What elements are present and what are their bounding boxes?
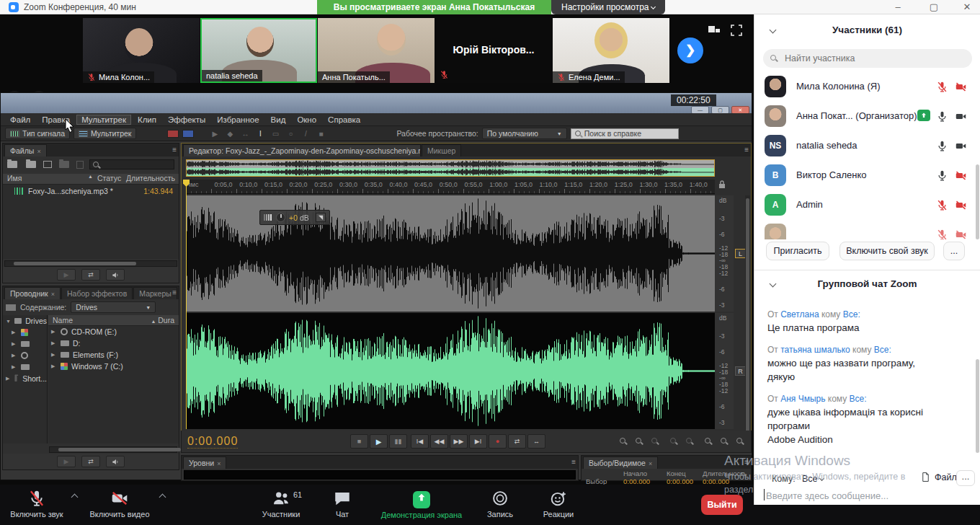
close-icon[interactable]: × — [649, 460, 652, 467]
view-settings-button[interactable]: Настройки просмотра — [551, 0, 665, 14]
razor-tool-icon[interactable]: ◆ — [224, 130, 236, 138]
tab-files[interactable]: Файлы× — [4, 144, 47, 156]
tab-explorer[interactable]: Проводник× — [4, 287, 61, 299]
invite-button[interactable]: Пригласить — [766, 242, 829, 260]
horizontal-scrollbar[interactable] — [4, 260, 177, 267]
chat-message-input[interactable]: Введите здесь сообщение... — [766, 490, 888, 501]
drive-row[interactable]: ▶Windows 7 (C:) — [48, 361, 179, 372]
participant-row[interactable]: Анна Покат... (Организатор) — [754, 102, 980, 131]
chat-more-button[interactable]: ... — [956, 470, 975, 486]
multitrack-button[interactable]: Мультитрек — [74, 128, 136, 139]
video-options-chevron[interactable] — [159, 494, 166, 501]
zoom-in-button[interactable] — [620, 438, 625, 444]
menu-multitrack[interactable]: Мультитрек — [76, 115, 131, 125]
right-channel-button[interactable]: R — [735, 366, 746, 376]
video-tile-natalia-active-speaker[interactable]: natalia seheda — [200, 18, 317, 83]
participant-row[interactable]: Мила Колонина (Я) — [754, 72, 980, 102]
panel-menu-icon[interactable]: ≡ — [172, 288, 177, 296]
minimize-button[interactable]: – — [891, 1, 904, 12]
panel-menu-icon[interactable]: ≡ — [744, 146, 749, 154]
lock-icon[interactable] — [718, 180, 726, 190]
import-file-icon[interactable] — [26, 161, 36, 168]
chat-scrollbar[interactable] — [976, 359, 979, 453]
stop-button[interactable]: ■ — [350, 434, 368, 449]
zoom-out-button[interactable] — [636, 438, 641, 444]
reactions-button[interactable]: Реакции — [533, 489, 584, 519]
record-button[interactable]: Запись — [476, 489, 525, 519]
file-row[interactable]: Foxy-Ja...scheniya.mp3 * 1:43.944 — [3, 185, 179, 197]
drive-row[interactable]: ▶Elements (F:) — [48, 349, 179, 361]
start-video-button[interactable]: Включить видео — [85, 489, 154, 519]
files-search-input[interactable] — [89, 159, 174, 169]
participants-scrollbar[interactable] — [976, 164, 979, 239]
drive-row[interactable]: ▶D: — [48, 338, 179, 349]
tree-item[interactable]: ▶ — [3, 350, 47, 361]
expand-icon[interactable]: ▶ — [51, 340, 57, 346]
zoom-selection-button[interactable] — [705, 438, 710, 444]
menu-effects[interactable]: Эффекты — [163, 115, 210, 125]
files-column-headers[interactable]: Имя ▲ Статус Длительность — [3, 174, 179, 185]
expand-icon[interactable]: ▶ — [12, 341, 17, 347]
trash-icon[interactable] — [76, 161, 84, 169]
loop-playback-button[interactable] — [106, 269, 125, 281]
eraser-tool-icon[interactable]: ■ — [315, 130, 326, 138]
rewind-button[interactable]: ◀◀ — [430, 434, 448, 449]
timeline-ruler[interactable]: чмс 0:05,00:10,00:15,00:20,00:25,00:30,0… — [186, 180, 715, 194]
audio-options-chevron[interactable] — [71, 494, 79, 501]
tree-item[interactable]: ▶ — [3, 361, 47, 373]
fast-forward-button[interactable]: ▶▶ — [450, 434, 468, 449]
help-search-input[interactable]: Поиск в справке — [571, 128, 679, 139]
tree-shortcuts-row[interactable]: ▶Short... — [3, 373, 47, 384]
recipient-name[interactable]: Все: — [850, 394, 867, 404]
signal-type-button[interactable]: Тип сигнала — [5, 128, 70, 139]
tree-root-row[interactable]: ▼Drives — [3, 315, 47, 327]
zoom-full-button[interactable] — [651, 438, 657, 444]
send-file-button[interactable]: Файл — [920, 472, 957, 482]
column-name[interactable]: Имя — [3, 174, 88, 184]
more-button[interactable]: ... — [943, 242, 965, 260]
play-file-button[interactable]: ▶ — [57, 269, 76, 281]
search-participant-input[interactable] — [763, 49, 972, 68]
hud-pin-icon[interactable]: ◥ — [316, 213, 326, 222]
menu-window[interactable]: Окно — [292, 115, 321, 125]
vertical-scrollbar[interactable] — [745, 195, 750, 444]
menu-favorites[interactable]: Избранное — [212, 115, 264, 125]
column-duration[interactable]: Длительность — [126, 174, 175, 184]
close-icon[interactable]: × — [37, 148, 40, 155]
expand-icon[interactable]: ▶ — [51, 329, 57, 335]
maximize-button[interactable]: ▢ — [927, 1, 940, 12]
zoom-in-point-button[interactable] — [670, 438, 676, 444]
recipient-name[interactable]: Все: — [874, 345, 891, 355]
autoplay-button[interactable]: ⇄ — [81, 456, 100, 467]
pause-button[interactable]: ▮▮ — [389, 434, 407, 449]
next-page-button[interactable]: ❯ — [677, 38, 703, 63]
close-icon[interactable]: × — [51, 291, 55, 298]
panel-menu-icon[interactable]: ≡ — [571, 458, 576, 466]
video-tile-elena[interactable]: Елена Деми... — [553, 18, 669, 83]
unmute-my-audio-button[interactable]: Включить свой звук — [839, 242, 935, 260]
marquee-tool-icon[interactable]: ▭ — [270, 130, 281, 138]
expand-icon[interactable]: ▶ — [12, 330, 17, 335]
workspace-select[interactable]: По умолчанию▼ — [482, 128, 567, 139]
video-tile-yuriy-no-video[interactable]: Юрій Вікторов... — [435, 18, 552, 83]
chat-button[interactable]: Чат — [323, 489, 362, 519]
skip-selection-button[interactable]: ↔ — [527, 434, 545, 449]
slip-tool-icon[interactable]: ↔ — [239, 130, 251, 138]
time-selection-tool-icon[interactable]: I — [254, 130, 266, 138]
column-duration[interactable]: Dura — [158, 316, 174, 325]
expand-icon[interactable]: ▶ — [12, 364, 17, 370]
tree-item[interactable]: ▶ — [3, 327, 47, 338]
panel-menu-icon[interactable]: ≡ — [172, 146, 177, 154]
unmute-audio-button[interactable]: Включить звук — [6, 489, 68, 519]
content-select[interactable]: Drives▼ — [71, 301, 156, 313]
expand-icon[interactable]: ▶ — [51, 352, 57, 358]
participant-row[interactable]: NS natalia seheda — [754, 131, 980, 161]
column-name[interactable]: Name — [53, 316, 73, 325]
tab-mixer[interactable]: Микшер — [422, 144, 461, 156]
leave-meeting-button[interactable]: Выйти — [701, 495, 743, 515]
column-status[interactable]: Статус — [97, 174, 126, 184]
skip-to-end-button[interactable]: ▶I — [469, 434, 487, 449]
zoom-out-point-button[interactable] — [686, 438, 692, 444]
tab-editor[interactable]: Редактор: Foxy-Jazz_-_Zapominay-den-Zapo… — [183, 144, 421, 156]
record-button[interactable]: ● — [489, 434, 507, 449]
